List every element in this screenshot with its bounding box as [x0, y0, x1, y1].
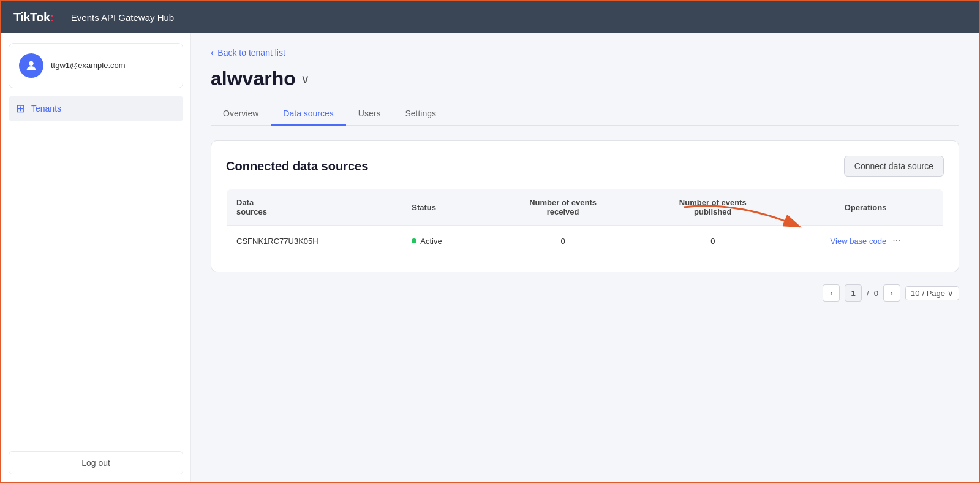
tab-users[interactable]: Users — [346, 102, 393, 126]
table-row: CSFNK1RC77U3K05H Active 0 0 — [227, 226, 944, 257]
per-page-value: 10 — [911, 289, 919, 298]
cell-events-published: 0 — [638, 226, 788, 257]
header-title: Events API Gateway Hub — [71, 12, 174, 23]
per-page-dropdown-icon: ∨ — [948, 289, 954, 298]
back-chevron-icon: ‹ — [211, 48, 214, 58]
tenant-dropdown-icon[interactable]: ∨ — [301, 72, 310, 86]
pagination: ‹ 1 / 0 › 10 / Page ∨ — [211, 284, 959, 302]
cell-data-source-name: CSFNK1RC77U3K05H — [227, 226, 402, 257]
next-page-button[interactable]: › — [883, 284, 900, 302]
total-pages: 0 — [874, 289, 878, 298]
more-options-icon[interactable]: ··· — [892, 235, 900, 246]
status-label: Active — [420, 237, 442, 246]
tenant-name: alwvarho — [211, 67, 296, 90]
tenants-icon: ⊞ — [16, 102, 25, 115]
col-events-published: Number of eventspublished — [638, 189, 788, 226]
status-badge: Active — [412, 237, 442, 246]
content-area: ‹ Back to tenant list alwvarho ∨ Overvie… — [191, 33, 979, 483]
cell-operations: View base code ··· — [788, 226, 943, 257]
current-page-indicator[interactable]: 1 — [845, 284, 862, 302]
cell-events-received: 0 — [488, 226, 638, 257]
per-page-selector[interactable]: 10 / Page ∨ — [905, 286, 959, 300]
col-status: Status — [402, 189, 488, 226]
operations-cell: View base code ··· — [797, 235, 933, 246]
view-base-code-link[interactable]: View base code — [831, 237, 887, 246]
header: TikTok: Events API Gateway Hub — [1, 1, 979, 33]
data-sources-table: Datasources Status Number of eventsrecei… — [226, 189, 944, 257]
tabs-bar: Overview Data sources Users Settings — [211, 102, 959, 126]
sidebar: ttgw1@example.com ⊞ Tenants Log out — [1, 33, 191, 483]
back-link-label: Back to tenant list — [217, 48, 285, 58]
card-header: Connected data sources Connect data sour… — [226, 156, 944, 177]
col-operations: Operations — [788, 189, 943, 226]
sidebar-item-tenants[interactable]: ⊞ Tenants — [9, 96, 183, 121]
card-title: Connected data sources — [226, 159, 368, 173]
connected-data-sources-card: Connected data sources Connect data sour… — [211, 140, 959, 272]
back-to-tenant-list-link[interactable]: ‹ Back to tenant list — [211, 48, 959, 58]
sidebar-spacer — [9, 121, 183, 451]
status-dot-active — [412, 238, 417, 243]
connect-data-source-button[interactable]: Connect data source — [844, 156, 944, 177]
per-page-label: / Page — [922, 289, 945, 298]
user-email: ttgw1@example.com — [51, 60, 126, 71]
sidebar-item-label: Tenants — [31, 104, 61, 113]
logout-button[interactable]: Log out — [9, 451, 183, 474]
table-header-row: Datasources Status Number of eventsrecei… — [227, 189, 944, 226]
cell-status: Active — [402, 226, 488, 257]
tab-settings[interactable]: Settings — [393, 102, 448, 126]
col-data-sources: Datasources — [227, 189, 402, 226]
tab-data-sources[interactable]: Data sources — [271, 102, 345, 126]
logo: TikTok: — [13, 10, 54, 25]
avatar — [19, 53, 43, 78]
user-card: ttgw1@example.com — [9, 43, 183, 88]
main-layout: ttgw1@example.com ⊞ Tenants Log out ‹ Ba… — [1, 33, 979, 483]
svg-point-0 — [29, 61, 33, 66]
tab-overview[interactable]: Overview — [211, 102, 271, 126]
logo-dot: : — [50, 10, 54, 24]
prev-page-button[interactable]: ‹ — [823, 284, 840, 302]
tenant-name-row: alwvarho ∨ — [211, 67, 959, 90]
page-separator: / — [867, 289, 869, 298]
col-events-received: Number of eventsreceived — [488, 189, 638, 226]
